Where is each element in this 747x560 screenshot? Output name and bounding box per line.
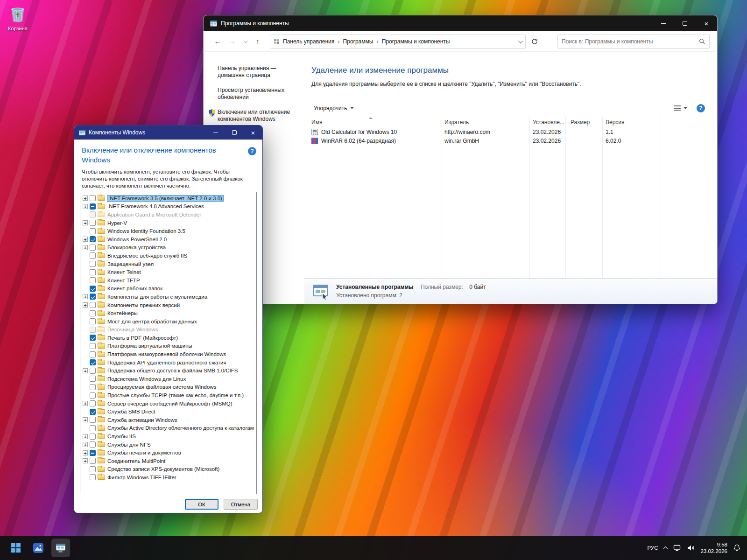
feature-item[interactable]: Контейнеры	[82, 309, 256, 317]
feature-checkbox-unchecked[interactable]	[90, 368, 96, 374]
back-button[interactable]: ←	[211, 35, 224, 48]
search-input[interactable]	[562, 38, 699, 45]
breadcrumb-item[interactable]: Программы и компоненты	[380, 38, 452, 45]
feature-item[interactable]: +.NET Framework 4.8 Advanced Services	[82, 203, 256, 211]
address-dropdown[interactable]	[518, 38, 521, 45]
feature-checkbox-unchecked[interactable]	[90, 458, 96, 464]
expand-toggle-icon[interactable]: +	[83, 368, 88, 373]
feature-checkbox-unchecked[interactable]	[90, 277, 96, 283]
expand-toggle-icon[interactable]: +	[83, 302, 88, 308]
feature-item[interactable]: +Службы IIS	[82, 432, 256, 441]
feature-checkbox-unchecked[interactable]	[90, 318, 96, 324]
language-indicator[interactable]: РУС	[647, 545, 658, 551]
search-icon[interactable]	[699, 38, 705, 45]
feature-checkbox-unchecked[interactable]	[90, 466, 96, 472]
feature-checkbox-unchecked[interactable]	[90, 310, 96, 316]
feature-item[interactable]: +.NET Framework 3.5 (включает .NET 2.0 и…	[82, 194, 256, 203]
cancel-button[interactable]: Отмена	[224, 499, 258, 510]
feature-item[interactable]: +Поддержка общего доступа к файлам SMB 1…	[82, 366, 256, 375]
feature-item[interactable]: Клиент TFTP	[82, 276, 256, 285]
start-button[interactable]	[7, 539, 25, 557]
feature-item[interactable]: +Windows PowerShell 2.0	[82, 235, 256, 244]
feature-checkbox-unchecked[interactable]	[90, 376, 96, 382]
hidden-icons-button[interactable]	[664, 546, 667, 550]
feature-checkbox-partial[interactable]	[90, 450, 96, 456]
feature-checkbox-unchecked[interactable]	[90, 302, 96, 308]
taskbar-app-control-panel[interactable]	[51, 539, 70, 557]
column-header-installed[interactable]: Установле...	[533, 119, 564, 126]
dialog-titlebar[interactable]: Компоненты Windows ×	[74, 126, 262, 140]
feature-checkbox-unchecked[interactable]	[90, 252, 96, 259]
expand-toggle-icon[interactable]: +	[83, 458, 88, 463]
column-header-name[interactable]: Имя	[311, 119, 322, 126]
feature-checkbox-unchecked[interactable]	[90, 195, 96, 201]
feature-item[interactable]: +Hyper-V	[82, 219, 256, 227]
feature-item[interactable]: +Службы для NFS	[82, 441, 256, 449]
feature-item[interactable]: +Служба активации Windows	[82, 416, 256, 424]
feature-item[interactable]: +Службы печати и документов	[82, 448, 256, 457]
expand-toggle-icon[interactable]: +	[83, 220, 88, 225]
feature-item[interactable]: +Соединитель MultiPoint	[82, 457, 256, 465]
program-row[interactable]: Old Calculator for Windows 10http://wina…	[304, 127, 712, 136]
column-header-publisher[interactable]: Издатель	[444, 119, 469, 126]
minimize-button[interactable]	[206, 126, 225, 140]
feature-item[interactable]: Защищенный узел	[82, 260, 256, 268]
column-header-version[interactable]: Версия	[606, 119, 625, 126]
feature-checkbox-unchecked[interactable]	[90, 211, 96, 217]
feature-checkbox-unchecked[interactable]	[90, 245, 96, 251]
network-tray-icon[interactable]	[673, 545, 681, 551]
feature-item[interactable]: Проецируемая файловая система Windows	[82, 383, 256, 392]
feature-checkbox-unchecked[interactable]	[90, 261, 96, 267]
feature-item[interactable]: +Компоненты для работы с мультимедиа	[82, 293, 256, 301]
column-header-size[interactable]: Размер	[571, 119, 590, 126]
expand-toggle-icon[interactable]: +	[83, 204, 88, 209]
feature-checkbox-unchecked[interactable]	[90, 228, 96, 234]
expand-toggle-icon[interactable]: +	[83, 245, 88, 250]
feature-item[interactable]: Печать в PDF (Майкрософт)	[82, 334, 256, 342]
feature-checkbox-unchecked[interactable]	[90, 351, 96, 357]
history-dropdown[interactable]	[241, 40, 249, 43]
close-button[interactable]: ×	[244, 126, 262, 140]
expand-toggle-icon[interactable]: +	[83, 417, 88, 422]
feature-checkbox-unchecked[interactable]	[90, 434, 96, 440]
feature-checkbox-checked[interactable]	[90, 294, 96, 300]
window-titlebar[interactable]: Программы и компоненты ×	[204, 15, 717, 31]
change-view-button[interactable]	[671, 104, 690, 112]
address-bar[interactable]: Панель управления›Программы›Программы и …	[270, 35, 526, 49]
feature-item[interactable]: Песочница Windows	[82, 326, 256, 334]
feature-checkbox-unchecked[interactable]	[90, 441, 96, 448]
feature-checkbox-checked[interactable]	[90, 335, 96, 341]
feature-item[interactable]: Средство записи XPS-документов (Microsof…	[82, 465, 256, 474]
ok-button[interactable]: ОК	[185, 499, 218, 510]
feature-checkbox-unchecked[interactable]	[90, 384, 96, 390]
organize-button[interactable]: Упорядочить	[310, 103, 358, 113]
forward-button[interactable]: →	[226, 35, 239, 48]
maximize-button[interactable]	[674, 15, 696, 31]
close-button[interactable]: ×	[696, 15, 717, 31]
program-row[interactable]: WinRAR 6.02 (64-разрядная)win.rar GmbH23…	[304, 136, 712, 145]
maximize-button[interactable]	[225, 126, 244, 140]
feature-checkbox-partial[interactable]	[90, 203, 96, 210]
expand-toggle-icon[interactable]: +	[83, 196, 88, 201]
feature-item[interactable]: Служба SMB Direct	[82, 407, 256, 416]
notifications-button[interactable]	[733, 544, 740, 552]
feature-checkbox-unchecked[interactable]	[90, 474, 96, 480]
feature-item[interactable]: Клиент рабочих папок	[82, 285, 256, 293]
feature-item[interactable]: Application Guard в Microsoft Defender	[82, 210, 256, 219]
feature-checkbox-unchecked[interactable]	[90, 343, 96, 349]
feature-checkbox-checked[interactable]	[90, 359, 96, 365]
feature-item[interactable]: +Компоненты прежних версий	[82, 301, 256, 309]
feature-checkbox-unchecked[interactable]	[90, 425, 96, 431]
expand-toggle-icon[interactable]: +	[83, 294, 88, 299]
feature-checkbox-checked[interactable]	[90, 236, 96, 242]
minimize-button[interactable]	[653, 15, 674, 31]
feature-checkbox-unchecked[interactable]	[90, 392, 96, 399]
expand-toggle-icon[interactable]: +	[83, 237, 88, 242]
refresh-button[interactable]	[528, 35, 542, 49]
feature-item[interactable]: Windows Identity Foundation 3.5	[82, 227, 256, 235]
breadcrumb-item[interactable]: Программы	[341, 38, 375, 45]
help-button[interactable]: ?	[248, 147, 256, 155]
feature-item[interactable]: Внедряемое веб-ядро служб IIS	[82, 252, 256, 260]
feature-item[interactable]: +Блокировка устройства	[82, 244, 256, 252]
feature-item[interactable]: Службы Active Directory облегченного дос…	[82, 424, 256, 433]
